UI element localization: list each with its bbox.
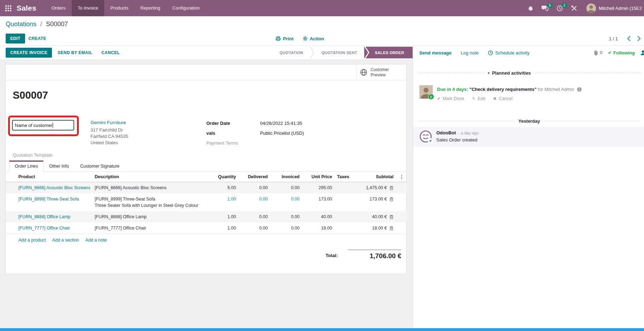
line-delivered[interactable]: 0.00 <box>237 193 269 211</box>
debug-bug-icon[interactable] <box>524 0 538 16</box>
pager-previous-icon[interactable] <box>626 35 631 42</box>
customer-name-input[interactable]: Name of customer <box>12 120 74 130</box>
attachments-button[interactable]: 0 <box>594 50 602 56</box>
divider-line <box>534 73 640 73</box>
pager-next-icon[interactable] <box>637 35 642 42</box>
line-delivered[interactable]: 0.00 <box>237 211 269 222</box>
menu-products[interactable]: Products <box>104 0 134 16</box>
line-unit-price[interactable]: 295.00 <box>301 182 333 194</box>
add-section-link[interactable]: Add a section <box>52 238 79 243</box>
col-invoiced[interactable]: Invoiced <box>269 172 301 182</box>
table-row[interactable]: [FURN_6666] Acoustic Bloc Screens [FURN_… <box>6 182 407 194</box>
edit-button[interactable]: EDIT <box>6 34 25 43</box>
activities-badge: 2 <box>562 3 567 8</box>
tools-icon[interactable] <box>567 0 581 16</box>
line-quantity[interactable]: 1.00 <box>210 222 237 234</box>
col-delivered[interactable]: Delivered <box>237 172 269 182</box>
menu-to-invoice[interactable]: To Invoice <box>72 0 105 16</box>
line-taxes[interactable] <box>333 182 353 194</box>
sheet-header: Customer Preview <box>6 64 406 80</box>
apps-grid-button[interactable] <box>0 0 13 16</box>
add-note-link[interactable]: Add a note <box>85 238 107 243</box>
activity-title[interactable]: "Check delivery requirements" <box>469 87 537 92</box>
following-button[interactable]: ✔ Following <box>608 50 635 56</box>
message-author[interactable]: OdooBot <box>436 130 456 135</box>
create-button[interactable]: CREATE <box>25 34 50 43</box>
send-by-email-button[interactable]: SEND BY EMAIL <box>54 48 96 58</box>
chatter-message[interactable]: ♥ OdooBot - a day ago Sales Order create… <box>413 127 644 147</box>
line-delivered[interactable]: 0.00 <box>237 222 269 234</box>
cancel-button[interactable]: CANCEL <box>98 48 123 58</box>
action-label: Action <box>310 36 324 41</box>
quotation-template-field[interactable]: Quotation Template <box>13 152 53 158</box>
mark-done-button[interactable]: ✔Mark Done <box>437 96 464 101</box>
pager: 1 / 1 <box>609 32 642 45</box>
action-button[interactable]: Action <box>303 36 324 41</box>
breadcrumb-quotations-link[interactable]: Quotations <box>6 21 36 28</box>
menu-orders[interactable]: Orders <box>46 0 72 16</box>
tab-order-lines[interactable]: Order Lines <box>9 161 43 172</box>
menu-reporting[interactable]: Reporting <box>134 0 166 16</box>
payment-terms-label[interactable]: Payment Terms <box>206 140 260 146</box>
info-icon[interactable] <box>577 87 582 92</box>
delete-row-icon[interactable] <box>389 226 394 231</box>
print-button[interactable]: Print <box>276 36 294 41</box>
col-description[interactable]: Description <box>93 172 210 182</box>
customer-preview-button[interactable]: Customer Preview <box>356 64 406 80</box>
tab-other-info[interactable]: Other Info <box>43 161 75 172</box>
edit-activity-button[interactable]: ✎Edit <box>472 96 485 101</box>
tab-customer-signature[interactable]: Customer Signature <box>75 161 125 172</box>
line-unit-price[interactable]: 40.00 <box>301 211 333 222</box>
send-message-button[interactable]: Send message <box>419 50 451 56</box>
product-link[interactable]: [FURN_6666] Acoustic Bloc Screens <box>18 185 90 190</box>
line-unit-price[interactable]: 173.00 <box>301 193 333 211</box>
planned-activities-toggle[interactable]: ▾ Planned activities <box>488 70 531 76</box>
delete-row-icon[interactable] <box>389 215 394 219</box>
line-taxes[interactable] <box>333 211 353 222</box>
stage-sales-order[interactable]: SALES ORDER <box>364 47 413 58</box>
line-taxes[interactable] <box>333 222 353 234</box>
table-row[interactable]: [FURN_7777] Office Chair [FURN_7777] Off… <box>6 222 407 234</box>
user-menu[interactable]: Mitchell Admin (15E2 <box>581 0 644 16</box>
cross-icon: ✖ <box>493 96 497 101</box>
pager-count: 1 / 1 <box>609 36 618 41</box>
product-link[interactable]: [FURN_8999] Three-Seat Sofa <box>18 197 79 202</box>
col-taxes[interactable]: Taxes <box>333 172 353 182</box>
line-delivered[interactable]: 0.00 <box>237 182 269 194</box>
col-unit-price[interactable]: Unit Price <box>301 172 333 182</box>
line-quantity[interactable]: 5.00 <box>210 182 237 194</box>
create-invoice-button[interactable]: CREATE INVOICE <box>6 48 52 58</box>
activity-actions: ✔Mark Done ✎Edit ✖Cancel <box>437 96 582 101</box>
messages-icon[interactable]: 5 <box>538 0 553 16</box>
product-link[interactable]: [FURN_8888] Office Lamp <box>18 214 70 219</box>
delete-row-icon[interactable] <box>389 197 394 202</box>
delete-row-icon[interactable] <box>389 186 394 190</box>
partner-name-link[interactable]: Gemini Furniture <box>90 120 128 125</box>
line-quantity[interactable]: 1.00 <box>210 211 237 222</box>
log-note-button[interactable]: Log note <box>461 50 479 56</box>
stage-quotation[interactable]: QUOTATION <box>272 47 310 58</box>
menu-configuration[interactable]: Configuration <box>166 0 206 16</box>
app-name[interactable]: Sales <box>17 4 36 12</box>
cancel-activity-button[interactable]: ✖Cancel <box>493 96 513 101</box>
add-product-link[interactable]: Add a product <box>18 238 46 243</box>
pricelist-value[interactable]: Public Pricelist (USD) <box>260 130 304 136</box>
schedule-activity-button[interactable]: Schedule activity <box>488 50 530 56</box>
line-taxes[interactable] <box>333 193 353 211</box>
followers-button[interactable] <box>640 50 644 56</box>
table-row[interactable]: [FURN_8999] Three-Seat Sofa [FURN_8999] … <box>6 193 407 211</box>
line-unit-price[interactable]: 18.00 <box>301 222 333 234</box>
optional-columns-icon[interactable]: ⋮ <box>395 172 407 182</box>
activity-assignee: for Mitchell Admin <box>538 87 574 92</box>
line-invoiced: 0.00 <box>269 222 301 234</box>
activities-clock-icon[interactable]: 2 <box>553 0 567 16</box>
schedule-activity-label: Schedule activity <box>495 50 530 56</box>
order-date-value[interactable]: 04/26/2022 15:41:35 <box>260 120 302 126</box>
col-subtotal[interactable]: Subtotal <box>353 172 395 182</box>
line-quantity[interactable]: 1.00 <box>210 193 237 211</box>
stage-quotation-sent[interactable]: QUOTATION SENT <box>314 47 364 58</box>
col-product[interactable]: Product <box>6 172 93 182</box>
col-quantity[interactable]: Quantity <box>210 172 237 182</box>
product-link[interactable]: [FURN_7777] Office Chair <box>18 226 70 231</box>
table-row[interactable]: [FURN_8888] Office Lamp [FURN_8888] Offi… <box>6 211 407 222</box>
